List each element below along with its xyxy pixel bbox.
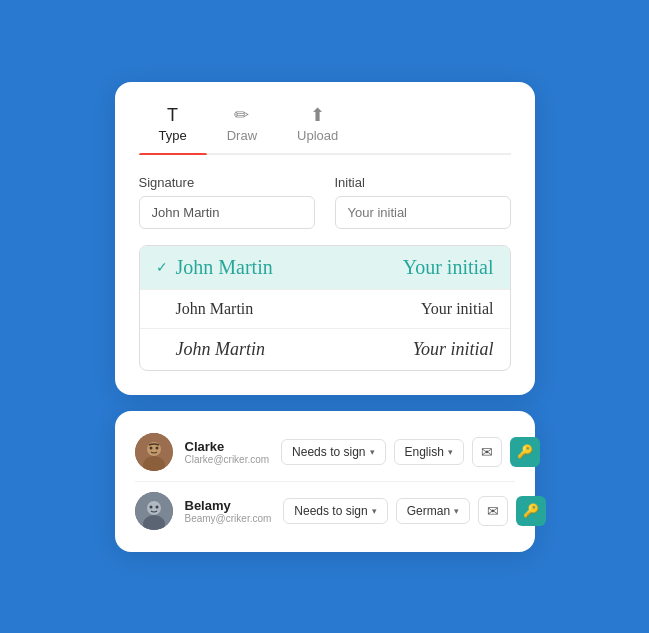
key-icon-clarke: 🔑 [517, 444, 533, 459]
type-icon: T [167, 106, 178, 124]
check-icon-1: ✓ [156, 259, 176, 275]
upload-icon: ⬆ [310, 106, 325, 124]
mail-icon-belamy: ✉ [487, 503, 499, 519]
sig-name-2: John Martin [176, 300, 335, 318]
clarke-mail-button[interactable]: ✉ [472, 437, 502, 467]
tab-draw-label: Draw [227, 128, 257, 143]
belamy-status-arrow: ▾ [372, 506, 377, 516]
clarke-lang-arrow: ▾ [448, 447, 453, 457]
belamy-language-dropdown[interactable]: German ▾ [396, 498, 470, 524]
clarke-email: Clarke@criker.com [185, 454, 270, 465]
initial-field-group: Initial [335, 175, 511, 229]
clarke-language-label: English [405, 445, 444, 459]
signature-field-group: Signature [139, 175, 315, 229]
input-fields-row: Signature Initial [139, 175, 511, 229]
signature-option-3[interactable]: John Martin Your initial [140, 329, 510, 370]
belamy-lang-arrow: ▾ [454, 506, 459, 516]
sig-initial-2: Your initial [335, 300, 494, 318]
svg-point-8 [149, 505, 152, 508]
initial-label: Initial [335, 175, 511, 190]
signature-card: T Type ✏ Draw ⬆ Upload Signature Initial… [115, 82, 535, 395]
clarke-info: Clarke Clarke@criker.com [185, 439, 270, 465]
svg-point-4 [155, 446, 158, 449]
tab-upload-label: Upload [297, 128, 338, 143]
tab-type-label: Type [159, 128, 187, 143]
belamy-language-label: German [407, 504, 450, 518]
belamy-key-button[interactable]: 🔑 [516, 496, 546, 526]
initial-input[interactable] [335, 196, 511, 229]
belamy-mail-button[interactable]: ✉ [478, 496, 508, 526]
belamy-status-dropdown[interactable]: Needs to sign ▾ [283, 498, 387, 524]
belamy-status-label: Needs to sign [294, 504, 367, 518]
key-icon-belamy: 🔑 [523, 503, 539, 518]
belamy-name: Belamy [185, 498, 272, 513]
avatar-belamy [135, 492, 173, 530]
clarke-status-label: Needs to sign [292, 445, 365, 459]
sig-initial-3: Your initial [335, 339, 494, 360]
signer-row-belamy: Belamy Beamy@criker.com Needs to sign ▾ … [135, 481, 515, 540]
signature-options-table: ✓ John Martin Your initial John Martin Y… [139, 245, 511, 371]
avatar-clarke [135, 433, 173, 471]
signature-input[interactable] [139, 196, 315, 229]
clarke-controls: Needs to sign ▾ English ▾ ✉ 🔑 [281, 437, 540, 467]
clarke-status-dropdown[interactable]: Needs to sign ▾ [281, 439, 385, 465]
tab-bar: T Type ✏ Draw ⬆ Upload [139, 106, 511, 155]
sig-name-3: John Martin [176, 339, 335, 360]
signature-option-2[interactable]: John Martin Your initial [140, 290, 510, 329]
mail-icon-clarke: ✉ [481, 444, 493, 460]
draw-icon: ✏ [234, 106, 249, 124]
clarke-status-arrow: ▾ [370, 447, 375, 457]
signature-label: Signature [139, 175, 315, 190]
signers-card: Clarke Clarke@criker.com Needs to sign ▾… [115, 411, 535, 552]
sig-initial-1: Your initial [335, 256, 494, 279]
clarke-language-dropdown[interactable]: English ▾ [394, 439, 464, 465]
tab-draw[interactable]: ✏ Draw [207, 106, 277, 153]
avatar-belamy-image [135, 492, 173, 530]
signature-option-1[interactable]: ✓ John Martin Your initial [140, 246, 510, 290]
sig-name-1: John Martin [176, 256, 335, 279]
avatar-clarke-image [135, 433, 173, 471]
belamy-email: Beamy@criker.com [185, 513, 272, 524]
belamy-controls: Needs to sign ▾ German ▾ ✉ 🔑 [283, 496, 546, 526]
tab-upload[interactable]: ⬆ Upload [277, 106, 358, 153]
tab-type[interactable]: T Type [139, 106, 207, 153]
svg-point-6 [147, 501, 161, 515]
svg-point-9 [155, 505, 158, 508]
belamy-info: Belamy Beamy@criker.com [185, 498, 272, 524]
clarke-name: Clarke [185, 439, 270, 454]
clarke-key-button[interactable]: 🔑 [510, 437, 540, 467]
svg-point-3 [149, 446, 152, 449]
signer-row-clarke: Clarke Clarke@criker.com Needs to sign ▾… [135, 423, 515, 481]
